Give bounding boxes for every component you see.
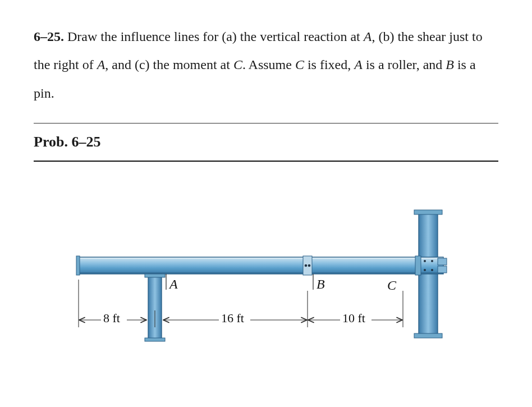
- svg-point-10: [424, 260, 426, 262]
- dim-1: 8 ft: [103, 311, 120, 325]
- svg-rect-17: [303, 256, 312, 275]
- svg-point-11: [424, 269, 426, 271]
- label-B: B: [313, 274, 325, 291]
- label-C: C: [387, 278, 397, 292]
- page: 6–25. Draw the influence lines for (a) t…: [0, 0, 532, 407]
- svg-point-18: [305, 264, 308, 267]
- svg-point-12: [431, 260, 433, 262]
- beam-figure: A B C 8 ft: [34, 195, 498, 364]
- roller-support-icon: [145, 274, 165, 341]
- pin-hinge-icon: [303, 256, 312, 275]
- problem-statement: 6–25. Draw the influence lines for (a) t…: [34, 22, 498, 107]
- svg-rect-3: [79, 257, 443, 274]
- svg-point-13: [431, 269, 433, 271]
- dimension-lines: 8 ft 16 ft 10 ft: [79, 280, 403, 327]
- svg-rect-1: [414, 210, 442, 214]
- svg-rect-16: [145, 338, 165, 341]
- beam-icon: [76, 256, 443, 275]
- svg-text:B: B: [317, 277, 325, 291]
- svg-text:C: C: [387, 278, 397, 292]
- svg-rect-14: [148, 274, 162, 340]
- divider-bottom: [34, 161, 498, 162]
- divider-top: [34, 123, 498, 124]
- svg-text:A: A: [168, 277, 178, 291]
- svg-rect-7: [415, 256, 421, 275]
- svg-rect-15: [145, 274, 165, 277]
- svg-rect-9: [438, 266, 447, 273]
- beam-svg: A B C 8 ft: [34, 195, 498, 364]
- svg-rect-8: [438, 258, 447, 265]
- dim-3: 10 ft: [342, 311, 365, 325]
- label-A: A: [166, 274, 178, 291]
- svg-point-19: [308, 264, 311, 267]
- problem-number: 6–25.: [34, 29, 64, 44]
- dim-2: 16 ft: [221, 311, 244, 325]
- problem-heading: Prob. 6–25: [34, 131, 498, 153]
- svg-rect-2: [414, 333, 442, 338]
- svg-rect-6: [76, 256, 80, 275]
